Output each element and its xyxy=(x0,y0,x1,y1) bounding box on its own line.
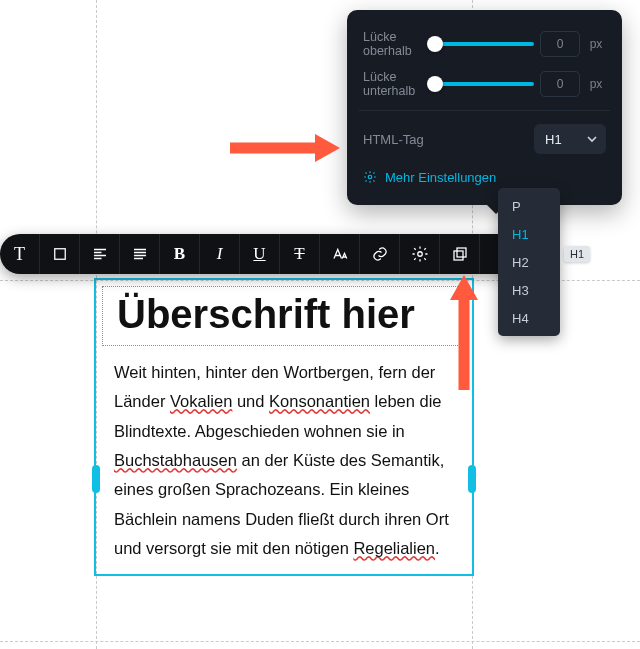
panel-separator xyxy=(359,110,610,111)
toolbar-strikethrough[interactable]: T xyxy=(280,234,320,274)
gap-above-unit: px xyxy=(586,37,606,51)
toolbar-text-size[interactable] xyxy=(320,234,360,274)
annotation-arrow xyxy=(438,275,488,395)
html-tag-value: H1 xyxy=(545,132,562,147)
svg-marker-11 xyxy=(450,275,478,300)
gap-above-slider[interactable] xyxy=(435,42,534,46)
gap-above-value[interactable]: 0 xyxy=(540,31,580,57)
html-tag-label: HTML-Tag xyxy=(363,132,424,147)
gear-icon xyxy=(411,245,429,263)
dropdown-tooltip: H1 xyxy=(564,246,590,262)
toolbar-align-justify[interactable] xyxy=(120,234,160,274)
gap-above-label: Lücke oberhalb xyxy=(363,30,435,59)
heading-text[interactable]: Überschrift hier xyxy=(117,293,451,335)
gap-below-label: Lücke unterhalb xyxy=(363,70,435,99)
dropdown-item-h3[interactable]: H3 xyxy=(498,276,560,304)
svg-rect-1 xyxy=(54,249,65,260)
toolbar-box[interactable] xyxy=(40,234,80,274)
gap-below-unit: px xyxy=(586,77,606,91)
toolbar-align-left[interactable] xyxy=(80,234,120,274)
svg-rect-3 xyxy=(457,248,466,257)
gap-above-row: Lücke oberhalb 0 px xyxy=(363,24,606,64)
dropdown-item-h2[interactable]: H2 xyxy=(498,248,560,276)
html-tag-row: HTML-Tag H1 xyxy=(363,117,606,161)
body-paragraph[interactable]: Weit hinten, hinter den Wortbergen, fern… xyxy=(96,358,472,564)
toolbar-layers[interactable] xyxy=(440,234,480,274)
align-left-icon xyxy=(91,245,109,263)
svg-point-2 xyxy=(417,252,422,257)
spell-error: Regelialien xyxy=(353,539,435,557)
resize-handle-left[interactable] xyxy=(92,465,100,493)
annotation-arrow xyxy=(220,128,340,168)
toolbar-text-type[interactable]: T xyxy=(0,234,40,274)
svg-point-0 xyxy=(368,175,372,179)
html-tag-dropdown: P H1 H2 H3 H4 xyxy=(498,188,560,336)
gap-below-value[interactable]: 0 xyxy=(540,71,580,97)
align-justify-icon xyxy=(131,245,149,263)
dropdown-item-h4[interactable]: H4 xyxy=(498,304,560,332)
spell-error: Vokalien xyxy=(170,392,232,410)
heading-wrap[interactable]: Überschrift hier xyxy=(102,286,466,346)
toolbar-underline[interactable]: U xyxy=(240,234,280,274)
svg-rect-4 xyxy=(454,251,463,260)
heading-block[interactable]: Überschrift hier Weit hinten, hinter den… xyxy=(96,280,472,574)
dropdown-item-h1[interactable]: H1 xyxy=(498,220,560,248)
html-tag-select[interactable]: H1 xyxy=(534,124,606,154)
settings-panel: Lücke oberhalb 0 px Lücke unterhalb 0 px… xyxy=(347,10,622,205)
spell-error: Buchstabhausen xyxy=(114,451,237,469)
gap-below-slider[interactable] xyxy=(435,82,534,86)
link-icon xyxy=(371,245,389,263)
text-size-icon xyxy=(331,245,349,263)
box-icon xyxy=(51,245,69,263)
body-span: . xyxy=(435,539,440,557)
dropdown-item-p[interactable]: P xyxy=(498,192,560,220)
toolbar-settings[interactable] xyxy=(400,234,440,274)
spell-error: Konsonantien xyxy=(269,392,370,410)
toolbar-link[interactable] xyxy=(360,234,400,274)
text-toolbar: T B I U T xyxy=(0,234,535,274)
more-settings-link[interactable]: Mehr Einstellungen xyxy=(363,161,606,193)
toolbar-italic[interactable]: I xyxy=(200,234,240,274)
more-settings-label: Mehr Einstellungen xyxy=(385,170,496,185)
layers-icon xyxy=(451,245,469,263)
chevron-down-icon xyxy=(587,134,597,144)
svg-marker-9 xyxy=(315,134,340,162)
toolbar-bold[interactable]: B xyxy=(160,234,200,274)
resize-handle-right[interactable] xyxy=(468,465,476,493)
gap-below-row: Lücke unterhalb 0 px xyxy=(363,64,606,104)
body-span: und xyxy=(232,392,269,410)
gear-icon xyxy=(363,170,377,184)
